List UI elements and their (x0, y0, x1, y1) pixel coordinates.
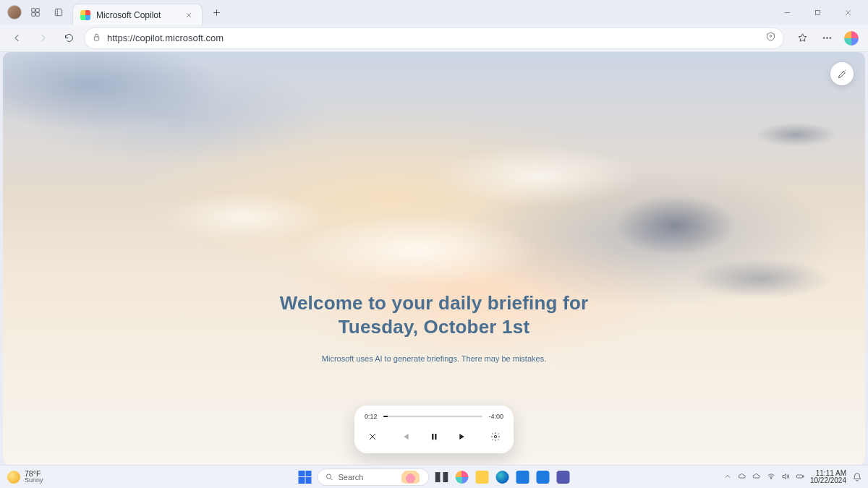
welcome-disclaimer: Microsoft uses AI to generate briefings.… (3, 354, 865, 363)
new-tab-button[interactable] (207, 3, 226, 22)
svg-rect-2 (32, 13, 35, 17)
welcome-title-line1: Welcome to your daily briefing for (280, 292, 589, 314)
svg-point-14 (327, 474, 331, 479)
edge-icon (496, 471, 509, 484)
player-seek-fill (383, 416, 388, 417)
copilot-sidebar-button[interactable] (841, 27, 862, 49)
taskbar-tray: 11:11 AM 10/22/2024 (723, 470, 868, 484)
player-pause-button[interactable] (426, 429, 442, 445)
refresh-button[interactable] (58, 27, 80, 49)
teams-icon (557, 471, 570, 484)
workspaces-icon[interactable] (26, 3, 45, 22)
tray-volume-icon[interactable] (781, 472, 790, 482)
edit-image-button[interactable] (830, 62, 854, 85)
forward-button[interactable] (32, 27, 54, 49)
taskbar-center: Search (297, 468, 571, 486)
player-seek-track[interactable] (383, 416, 483, 417)
player-settings-button[interactable] (488, 429, 503, 445)
windows-logo-icon (299, 471, 312, 484)
player-next-button[interactable] (455, 429, 471, 445)
taskbar-search[interactable]: Search (318, 468, 430, 486)
svg-rect-12 (435, 434, 436, 440)
svg-point-7 (770, 35, 772, 38)
tab-close-button[interactable] (183, 9, 195, 21)
tray-overflow-button[interactable] (723, 472, 732, 482)
svg-point-8 (823, 38, 825, 39)
start-button[interactable] (297, 469, 313, 485)
welcome-title: Welcome to your daily briefing for Tuesd… (3, 291, 865, 338)
copilot-icon (844, 31, 859, 46)
site-info-lock-icon[interactable] (92, 32, 101, 45)
hero-background-image (3, 52, 865, 465)
svg-point-9 (826, 38, 827, 39)
browser-tab[interactable]: Microsoft Copilot (72, 4, 203, 25)
svg-rect-1 (36, 9, 40, 12)
taskbar-clock[interactable]: 11:11 AM 10/22/2024 (810, 470, 846, 484)
tab-title: Microsoft Copilot (96, 10, 177, 20)
welcome-block: Welcome to your daily briefing for Tuesd… (3, 291, 865, 363)
file-explorer-icon (476, 471, 489, 484)
outlook-icon (537, 471, 550, 484)
window-controls (773, 2, 864, 22)
tray-wifi-icon[interactable] (767, 472, 775, 482)
svg-rect-11 (432, 434, 433, 440)
address-bar[interactable]: https://copilot.microsoft.com (84, 27, 784, 49)
audio-player: 0:12 -4:00 (354, 406, 514, 453)
window-maximize-button[interactable] (803, 2, 832, 22)
tray-battery-icon[interactable] (796, 472, 804, 482)
svg-rect-4 (55, 9, 61, 15)
svg-rect-0 (32, 9, 35, 12)
tray-onedrive-icon[interactable] (738, 472, 746, 482)
taskbar-copilot-button[interactable] (454, 469, 470, 485)
svg-point-13 (494, 435, 497, 438)
weather-sunny-icon (7, 471, 20, 484)
search-highlight-icon (400, 471, 422, 484)
taskbar-edge-button[interactable] (495, 469, 511, 485)
svg-point-10 (830, 38, 831, 39)
search-icon (326, 473, 334, 481)
taskbar-weather[interactable]: 78°F Sunny (0, 470, 101, 484)
more-menu-button[interactable] (816, 27, 838, 49)
svg-rect-16 (796, 475, 802, 478)
task-view-icon (435, 471, 448, 484)
player-remaining: -4:00 (488, 413, 503, 420)
welcome-title-line2: Tuesday, October 1st (339, 316, 530, 338)
svg-rect-5 (815, 10, 820, 14)
svg-rect-17 (803, 476, 804, 477)
player-elapsed: 0:12 (365, 413, 378, 420)
taskbar-date: 10/22/2024 (810, 477, 846, 484)
svg-point-15 (770, 478, 771, 479)
taskbar-store-button[interactable] (515, 469, 531, 485)
svg-rect-3 (36, 13, 40, 17)
taskbar-outlook-button[interactable] (535, 469, 551, 485)
ms-store-icon (516, 471, 529, 484)
player-close-button[interactable] (365, 429, 380, 445)
svg-rect-6 (94, 36, 99, 40)
window-minimize-button[interactable] (773, 2, 801, 22)
windows-taskbar: 78°F Sunny Search 11:11 AM 10/22/2024 (0, 465, 868, 488)
favorites-button[interactable] (791, 27, 813, 49)
back-button[interactable] (6, 27, 27, 49)
profile-avatar[interactable] (7, 5, 22, 20)
browser-toolbar: https://copilot.microsoft.com (0, 25, 868, 52)
window-titlebar: Microsoft Copilot (0, 0, 868, 25)
page-viewport: Welcome to your daily briefing for Tuesd… (3, 52, 865, 465)
taskbar-time: 11:11 AM (816, 470, 846, 477)
notifications-button[interactable] (852, 472, 862, 482)
copilot-icon (456, 471, 469, 484)
weather-condition: Sunny (25, 477, 43, 484)
url-text: https://copilot.microsoft.com (107, 33, 760, 43)
tab-actions-icon[interactable] (49, 3, 68, 22)
player-prev-button[interactable] (397, 429, 413, 445)
task-view-button[interactable] (434, 469, 450, 485)
search-placeholder: Search (339, 473, 364, 481)
copilot-favicon-icon (80, 10, 90, 20)
shopping-icon[interactable] (765, 31, 776, 45)
taskbar-explorer-button[interactable] (475, 469, 490, 485)
taskbar-teams-button[interactable] (556, 469, 571, 485)
window-close-button[interactable] (833, 2, 862, 22)
tray-cloud-icon[interactable] (752, 472, 761, 482)
